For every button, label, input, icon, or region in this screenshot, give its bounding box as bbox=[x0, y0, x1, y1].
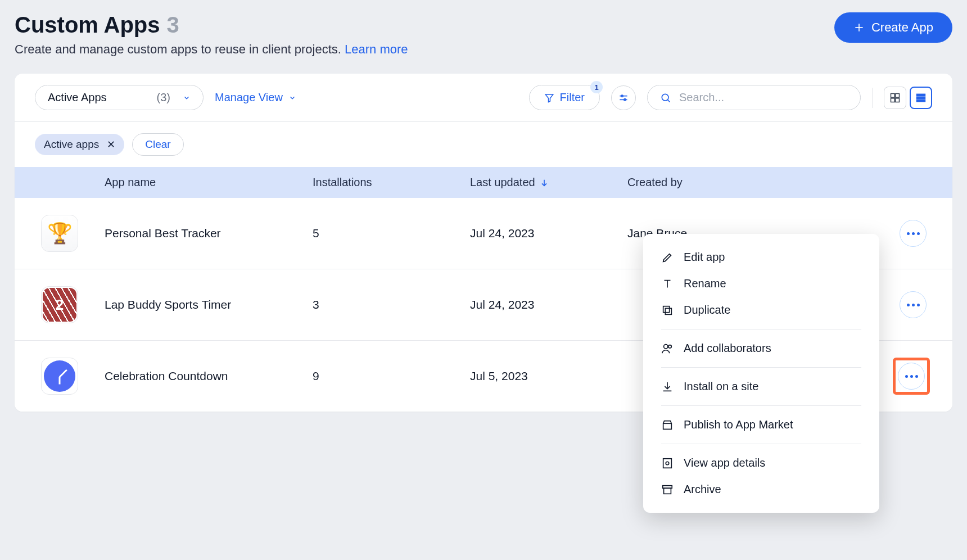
users-icon bbox=[661, 342, 674, 355]
title-count: 3 bbox=[167, 12, 179, 38]
menu-edit-app[interactable]: Edit app bbox=[643, 244, 879, 270]
chip-label: Active apps bbox=[44, 138, 99, 151]
more-actions-button[interactable] bbox=[900, 220, 927, 247]
settings-sliders-button[interactable] bbox=[611, 85, 636, 110]
menu-divider bbox=[661, 329, 861, 329]
chevron-down-icon bbox=[183, 94, 191, 102]
page-title: Custom Apps 3 bbox=[15, 12, 834, 38]
more-icon bbox=[905, 375, 918, 378]
create-app-label: Create App bbox=[871, 20, 933, 35]
installs-cell: 9 bbox=[313, 369, 470, 383]
list-icon bbox=[915, 92, 927, 103]
svg-rect-25 bbox=[663, 423, 672, 429]
duplicate-icon bbox=[661, 304, 674, 317]
grid-icon bbox=[889, 92, 901, 103]
svg-rect-13 bbox=[917, 94, 925, 96]
installs-cell: 3 bbox=[313, 298, 470, 311]
table-header: App name Installations Last updated Crea… bbox=[15, 167, 952, 198]
text-icon bbox=[661, 278, 674, 290]
svg-rect-19 bbox=[665, 308, 671, 314]
svg-rect-15 bbox=[917, 100, 925, 101]
search-icon bbox=[660, 92, 671, 103]
filter-badge: 1 bbox=[590, 81, 603, 93]
download-icon bbox=[661, 381, 674, 393]
archive-icon bbox=[661, 484, 674, 496]
more-icon bbox=[907, 232, 920, 235]
svg-rect-26 bbox=[663, 458, 672, 468]
page-subtitle: Create and manage custom apps to reuse i… bbox=[15, 42, 834, 57]
manage-view-label: Manage View bbox=[215, 91, 283, 104]
svg-rect-11 bbox=[891, 98, 895, 102]
svg-rect-14 bbox=[917, 97, 925, 98]
updated-cell: Jul 24, 2023 bbox=[470, 227, 627, 240]
svg-line-8 bbox=[667, 100, 670, 102]
active-apps-chip[interactable]: Active apps ✕ bbox=[35, 134, 124, 155]
app-name-cell: Personal Best Tracker bbox=[105, 227, 313, 240]
menu-publish[interactable]: Publish to App Market bbox=[643, 412, 879, 438]
app-name-cell: Lap Buddy Sports Timer bbox=[105, 298, 313, 311]
title-text: Custom Apps bbox=[15, 12, 160, 38]
view-toggle bbox=[884, 87, 932, 109]
filter-button[interactable]: Filter 1 bbox=[529, 85, 600, 110]
menu-view-details[interactable]: View app details bbox=[643, 450, 879, 476]
updated-cell: Jul 5, 2023 bbox=[470, 369, 627, 383]
menu-install[interactable]: Install on a site bbox=[643, 373, 879, 400]
chevron-down-icon bbox=[288, 94, 296, 102]
more-actions-button[interactable] bbox=[898, 363, 925, 390]
plus-icon bbox=[853, 22, 865, 33]
filter-label: Filter bbox=[560, 91, 585, 104]
app-name-cell: Celebration Countdown bbox=[105, 369, 313, 383]
details-icon bbox=[661, 457, 674, 469]
menu-add-collaborators[interactable]: Add collaborators bbox=[643, 335, 879, 362]
store-icon bbox=[661, 419, 674, 431]
app-icon bbox=[41, 358, 78, 395]
menu-divider bbox=[661, 444, 861, 444]
svg-rect-29 bbox=[664, 488, 671, 494]
menu-rename[interactable]: Rename bbox=[643, 270, 879, 297]
svg-point-27 bbox=[666, 462, 669, 465]
filter-chips-row: Active apps ✕ Clear bbox=[15, 122, 952, 167]
menu-divider bbox=[661, 367, 861, 368]
pencil-icon bbox=[661, 251, 674, 264]
clear-filters-button[interactable]: Clear bbox=[132, 133, 183, 156]
table-row[interactable]: 🏆 Personal Best Tracker 5 Jul 24, 2023 J… bbox=[15, 198, 952, 269]
context-menu: Edit app Rename Duplicate Add collaborat… bbox=[643, 234, 879, 513]
search-box[interactable] bbox=[647, 85, 861, 110]
col-app-name[interactable]: App name bbox=[105, 176, 313, 189]
svg-point-22 bbox=[668, 345, 672, 348]
svg-rect-10 bbox=[896, 93, 900, 97]
divider bbox=[872, 88, 873, 108]
toolbar: Active Apps (3) Manage View Filter 1 bbox=[15, 74, 952, 122]
col-last-updated-label: Last updated bbox=[470, 176, 535, 189]
col-created-by[interactable]: Created by bbox=[627, 176, 865, 189]
col-installations[interactable]: Installations bbox=[313, 176, 470, 189]
col-last-updated[interactable]: Last updated bbox=[470, 176, 627, 189]
svg-point-7 bbox=[662, 94, 668, 101]
menu-divider bbox=[661, 405, 861, 406]
sort-desc-icon bbox=[540, 178, 549, 187]
grid-view-button[interactable] bbox=[884, 87, 906, 109]
more-icon bbox=[907, 304, 920, 306]
app-icon: 2 bbox=[41, 286, 78, 323]
svg-point-21 bbox=[664, 344, 668, 348]
filter-icon bbox=[544, 93, 554, 103]
manage-view-button[interactable]: Manage View bbox=[215, 91, 296, 104]
view-count: (3) bbox=[157, 91, 170, 104]
close-icon[interactable]: ✕ bbox=[107, 138, 115, 151]
more-actions-button[interactable] bbox=[900, 291, 927, 318]
subtitle-text: Create and manage custom apps to reuse i… bbox=[15, 42, 341, 56]
create-app-button[interactable]: Create App bbox=[834, 12, 952, 43]
view-selector[interactable]: Active Apps (3) bbox=[35, 85, 204, 110]
search-input[interactable] bbox=[679, 91, 848, 104]
view-name: Active Apps bbox=[48, 91, 107, 104]
menu-archive[interactable]: Archive bbox=[643, 476, 879, 503]
app-icon: 🏆 bbox=[41, 215, 78, 252]
svg-rect-12 bbox=[896, 98, 900, 102]
menu-duplicate[interactable]: Duplicate bbox=[643, 297, 879, 323]
learn-more-link[interactable]: Learn more bbox=[345, 42, 408, 56]
updated-cell: Jul 24, 2023 bbox=[470, 298, 627, 311]
svg-rect-20 bbox=[663, 306, 670, 312]
highlighted-more-button bbox=[893, 358, 930, 395]
list-view-button[interactable] bbox=[910, 87, 932, 109]
sliders-icon bbox=[618, 92, 629, 103]
